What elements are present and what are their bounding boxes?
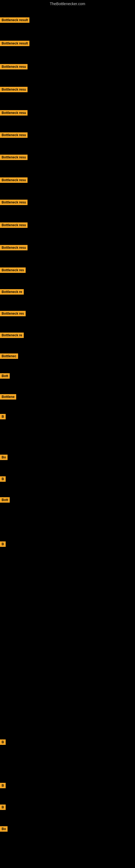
bottleneck-item: Bottleneck re <box>0 289 24 294</box>
bottleneck-label: Bottleneck resu <box>0 110 28 116</box>
bottleneck-item: Bottleneck resu <box>0 222 28 227</box>
bottleneck-item: Bott <box>0 497 10 502</box>
site-title: TheBottlenecker.com <box>0 0 135 8</box>
bottleneck-item: Bottleneck re <box>0 333 24 337</box>
bottleneck-label: Bottleneck resu <box>0 155 28 160</box>
bottleneck-item: Bottleneck resu <box>0 64 28 69</box>
bottleneck-item: B <box>0 476 6 481</box>
bottleneck-label: Bottlene <box>0 394 16 400</box>
bottleneck-item: Bottleneck result <box>0 18 30 22</box>
bottleneck-label: Bottleneck result <box>0 18 30 23</box>
bottleneck-item: Bottleneck resu <box>0 177 28 182</box>
bottleneck-label: B <box>0 805 6 810</box>
bottleneck-label: B <box>0 414 6 420</box>
site-title-bar: TheBottlenecker.com <box>0 0 135 8</box>
bottleneck-item: Bott <box>0 373 10 378</box>
bottleneck-label: B <box>0 783 6 788</box>
bottleneck-item: Bottleneck res <box>0 311 26 316</box>
bottleneck-item: Bottlene <box>0 394 16 399</box>
bottleneck-label: Bottleneck resu <box>0 222 28 228</box>
bottleneck-item: Bottleneck resu <box>0 110 28 115</box>
bottleneck-label: B <box>0 541 6 547</box>
bottleneck-label: Bottlenec <box>0 353 18 359</box>
bottleneck-label: Bottleneck resu <box>0 87 28 92</box>
bottleneck-label: Bottleneck result <box>0 41 30 46</box>
bottleneck-label: Bottleneck resu <box>0 64 28 69</box>
bottleneck-label: Bott <box>0 497 10 503</box>
bottleneck-item: B <box>0 414 6 419</box>
bottleneck-item: Bottleneck resu <box>0 199 28 205</box>
bottleneck-label: Bottleneck resu <box>0 199 28 205</box>
bottleneck-label: Bott <box>0 373 10 379</box>
bottleneck-label: Bottleneck resu <box>0 245 28 250</box>
bottleneck-item: Bottleneck resu <box>0 245 28 250</box>
items-container: Bottleneck resultBottleneck resultBottle… <box>0 8 135 868</box>
bottleneck-item: B <box>0 541 6 546</box>
bottleneck-item: B <box>0 783 6 788</box>
bottleneck-label: Bottleneck re <box>0 333 24 338</box>
bottleneck-item: B <box>0 805 6 809</box>
bottleneck-item: Bottleneck resu <box>0 155 28 159</box>
bottleneck-item: Bottleneck resu <box>0 132 28 137</box>
bottleneck-item: Bo <box>0 455 8 460</box>
bottleneck-label: Bottleneck res <box>0 311 26 316</box>
bottleneck-label: B <box>0 739 6 745</box>
bottleneck-label: Bottleneck resu <box>0 177 28 183</box>
bottleneck-label: Bo <box>0 455 8 460</box>
bottleneck-item: Bottleneck resu <box>0 87 28 92</box>
bottleneck-label: Bottleneck res <box>0 268 26 273</box>
bottleneck-item: Bottleneck result <box>0 41 30 45</box>
bottleneck-label: Bottleneck resu <box>0 132 28 138</box>
bottleneck-item: Bottleneck res <box>0 268 26 272</box>
bottleneck-label: B <box>0 476 6 482</box>
bottleneck-label: Bottleneck re <box>0 289 24 294</box>
bottleneck-item: B <box>0 739 6 744</box>
bottleneck-item: Bo <box>0 826 8 831</box>
bottleneck-item: Bottlenec <box>0 353 18 358</box>
bottleneck-label: Bo <box>0 826 8 832</box>
